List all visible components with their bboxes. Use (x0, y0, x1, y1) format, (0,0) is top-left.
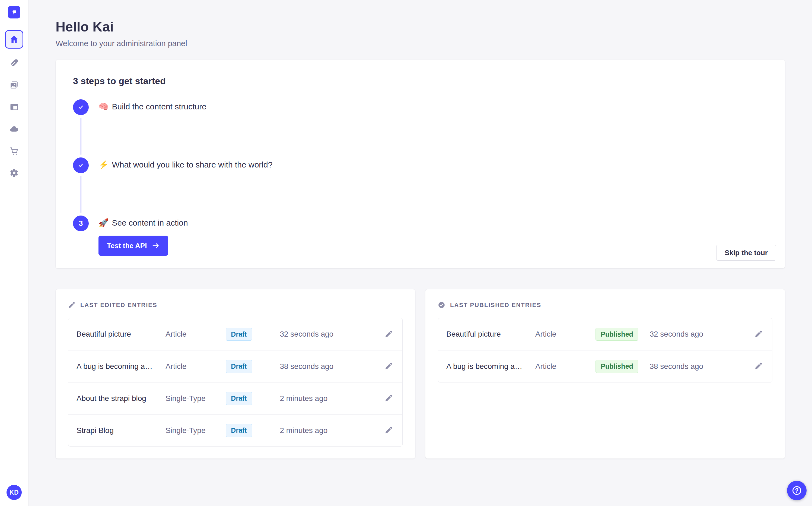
checkmark-icon (77, 104, 84, 111)
step-1-label: Build the content structure (112, 102, 206, 111)
step-share-with-world: ⚡ What would you like to share with the … (73, 157, 768, 216)
page-header: Hello Kai Welcome to your administration… (56, 19, 785, 48)
sidebar-nav (5, 25, 23, 177)
step-connector (81, 176, 81, 213)
pencil-icon (754, 362, 763, 370)
layout-icon (9, 102, 19, 111)
page-subtitle: Welcome to your administration panel (56, 39, 785, 48)
test-the-api-button[interactable]: Test the API (98, 236, 168, 256)
pencil-icon (385, 394, 393, 402)
last-edited-table: Beautiful picture Article Draft 32 secon… (68, 318, 403, 446)
sidebar: KD (0, 0, 28, 506)
last-edited-panel: LAST EDITED ENTRIES Beautiful picture Ar… (56, 289, 415, 458)
status-badge: Draft (226, 424, 252, 437)
status-badge: Published (596, 360, 638, 373)
edit-entry-button[interactable] (753, 361, 764, 372)
arrow-right-icon (151, 242, 160, 250)
sidebar-item-marketplace[interactable] (9, 146, 19, 156)
strapi-logo[interactable] (8, 6, 20, 18)
edit-entry-button[interactable] (753, 329, 764, 340)
cloud-icon (9, 124, 19, 134)
last-published-title: LAST PUBLISHED ENTRIES (450, 302, 541, 309)
pencil-icon (68, 301, 76, 309)
step-3-number-badge: 3 (73, 216, 89, 231)
status-badge: Published (596, 328, 638, 341)
sidebar-item-content-manager[interactable] (9, 58, 19, 68)
edit-entry-button[interactable] (383, 329, 394, 340)
images-icon (9, 80, 19, 90)
cart-icon (9, 146, 19, 156)
sidebar-item-home[interactable] (5, 30, 23, 49)
feather-icon (9, 58, 19, 68)
checkmark-icon (77, 162, 84, 169)
rocket-emoji-icon: 🚀 (98, 219, 108, 227)
onboarding-card: 3 steps to get started 🧠 Build the conte… (56, 60, 785, 268)
step-see-content-in-action: 3 🚀 See content in action Test the API (73, 216, 768, 256)
step-1-done-icon (73, 99, 89, 115)
avatar[interactable]: KD (6, 485, 22, 500)
table-row: About the strapi blog Single-Type Draft … (68, 382, 402, 414)
gear-icon (9, 168, 19, 177)
sidebar-item-media-library[interactable] (9, 80, 19, 90)
edit-entry-button[interactable] (383, 393, 394, 404)
sidebar-item-content-type-builder[interactable] (9, 102, 19, 111)
edit-entry-button[interactable] (383, 361, 394, 372)
table-row: Beautiful picture Article Draft 32 secon… (68, 318, 402, 350)
lightning-emoji-icon: ⚡ (98, 161, 108, 169)
skip-tour-button[interactable]: Skip the tour (716, 245, 776, 261)
brain-emoji-icon: 🧠 (98, 103, 108, 111)
help-button[interactable] (787, 481, 807, 500)
check-circle-icon (438, 301, 445, 309)
status-badge: Draft (226, 328, 252, 341)
step-3-label: See content in action (112, 218, 188, 228)
step-build-content-structure: 🧠 Build the content structure (73, 99, 768, 157)
sidebar-item-cloud[interactable] (9, 124, 19, 134)
table-row: A bug is becoming a… Article Draft 38 se… (68, 350, 402, 382)
sidebar-nav-list (9, 58, 19, 177)
pencil-icon (385, 330, 393, 338)
pencil-icon (385, 426, 393, 434)
help-icon (791, 485, 802, 496)
pencil-icon (754, 330, 763, 338)
last-edited-title: LAST EDITED ENTRIES (80, 302, 158, 309)
onboarding-steps: 🧠 Build the content structure (73, 99, 768, 256)
edit-entry-button[interactable] (383, 425, 394, 436)
table-row: Beautiful picture Article Published 32 s… (438, 318, 772, 350)
status-badge: Draft (226, 392, 252, 405)
main-content: Hello Kai Welcome to your administration… (28, 0, 812, 458)
step-2-label: What would you like to share with the wo… (112, 160, 272, 169)
pencil-icon (385, 362, 393, 370)
table-row: Strapi Blog Single-Type Draft 2 minutes … (68, 414, 402, 446)
step-2-done-icon (73, 157, 89, 173)
last-published-panel: LAST PUBLISHED ENTRIES Beautiful picture… (425, 289, 785, 458)
step-connector (81, 118, 81, 155)
last-published-table: Beautiful picture Article Published 32 s… (438, 318, 773, 383)
status-badge: Draft (226, 360, 252, 373)
table-row: A bug is becoming a… Article Published 3… (438, 350, 772, 382)
entries-panels: LAST EDITED ENTRIES Beautiful picture Ar… (56, 289, 785, 458)
home-icon (9, 35, 19, 44)
sidebar-item-settings[interactable] (9, 168, 19, 177)
onboarding-title: 3 steps to get started (73, 76, 768, 86)
page-title: Hello Kai (56, 19, 785, 35)
strapi-logo-icon (10, 8, 18, 16)
